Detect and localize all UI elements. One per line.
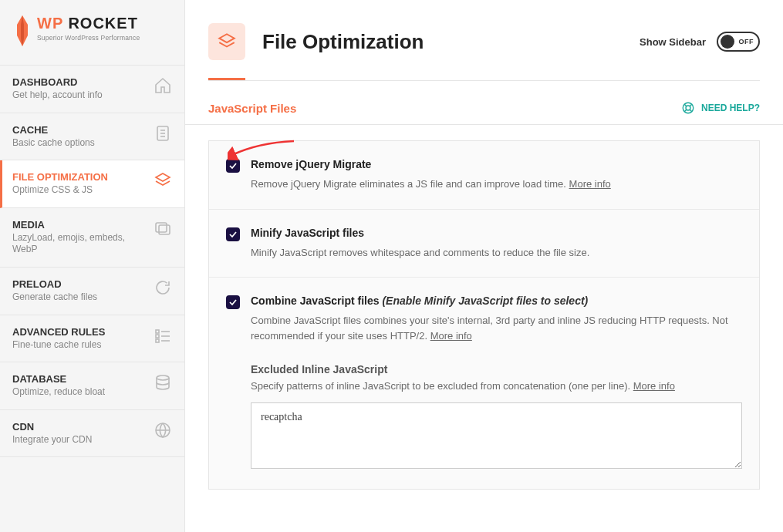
section-header: JavaScript Files NEED HELP? [185,81,783,125]
excluded-inline-js-block: Excluded Inline JavaScript Specify patte… [251,363,742,472]
svg-rect-8 [156,335,159,338]
nav-sub: Fine-tune cache rules [12,339,105,352]
nav-title: CDN [12,421,92,433]
logo: WP ROCKET Superior WordPress Performance [0,0,184,66]
excluded-title: Excluded Inline JavaScript [251,363,742,375]
option-hint: (Enable Minify JavaScript files to selec… [382,295,588,307]
nav-sub: Optimize, reduce bloat [12,386,105,399]
option-desc: Combine JavaScript files combines your s… [251,313,742,343]
nav-title: FILE OPTIMIZATION [12,171,108,183]
images-icon [154,219,172,237]
svg-point-12 [157,375,169,380]
database-icon [154,373,172,392]
nav-title: DATABASE [12,373,105,385]
list-icon [154,326,172,345]
option-title: Combine JavaScript files (Enable Minify … [251,295,742,307]
nav-title: DASHBOARD [12,76,103,88]
svg-rect-6 [156,330,159,333]
nav-sub: Basic cache options [12,137,95,150]
more-info-link[interactable]: More info [569,178,611,190]
nav-sub: Get help, account info [12,89,103,102]
help-text: NEED HELP? [701,103,760,113]
nav-sub: Generate cache files [12,291,97,304]
nav-title: MEDIA [12,219,136,231]
file-optimization-icon [208,23,245,60]
checkbox-combine-js[interactable] [226,295,240,309]
page-title: File Optimization [262,30,424,54]
option-remove-jquery-migrate: Remove jQuery Migrate Remove jQuery Migr… [209,141,759,210]
nav-title: ADVANCED RULES [12,326,105,338]
sidebar-item-dashboard[interactable]: DASHBOARDGet help, account info [0,66,184,113]
sidebar-item-preload[interactable]: PRELOADGenerate cache files [0,268,184,315]
option-combine-js: Combine JavaScript files (Enable Minify … [209,278,759,489]
sidebar-item-advanced-rules[interactable]: ADVANCED RULESFine-tune cache rules [0,315,184,363]
home-icon [154,76,172,95]
layers-icon [154,171,172,190]
check-icon [228,298,238,307]
check-icon [228,161,238,170]
logo-wp: WP [37,15,63,32]
main-content: File Optimization Show Sidebar OFF JavaS… [185,0,783,532]
page-header: File Optimization Show Sidebar OFF [185,0,783,60]
nav-sub: Integrate your CDN [12,434,92,446]
nav: DASHBOARDGet help, account info CACHEBas… [0,66,184,532]
show-sidebar-toggle[interactable]: OFF [717,32,760,52]
options-panel: Remove jQuery Migrate Remove jQuery Migr… [208,140,760,490]
nav-sub: LazyLoad, emojis, embeds, WebP [12,232,136,256]
sidebar-item-file-optimization[interactable]: FILE OPTIMIZATIONOptimize CSS & JS [0,160,184,208]
nav-title: CACHE [12,124,95,136]
option-desc: Remove jQuery Migrate eliminates a JS fi… [251,177,742,192]
svg-rect-4 [156,223,167,232]
more-info-link[interactable]: More info [430,330,472,342]
checkbox-minify-js[interactable] [226,227,240,241]
checkbox-remove-jquery-migrate[interactable] [226,159,240,173]
toggle-knob [721,35,734,49]
show-sidebar-label: Show Sidebar [640,36,706,48]
excluded-desc: Specify patterns of inline JavaScript to… [251,380,742,392]
logo-tagline: Superior WordPress Performance [37,34,140,42]
option-minify-js: Minify JavaScript files Minify JavaScrip… [209,210,759,278]
rocket-logo-icon [12,15,32,46]
document-icon [154,124,172,143]
section-title: JavaScript Files [208,102,296,115]
sidebar-item-media[interactable]: MEDIALazyLoad, emojis, embeds, WebP [0,208,184,268]
svg-point-15 [686,106,690,110]
nav-sub: Optimize CSS & JS [12,184,108,197]
svg-rect-10 [156,339,159,342]
refresh-icon [154,278,172,297]
excluded-inline-js-textarea[interactable] [251,402,742,469]
help-link[interactable]: NEED HELP? [681,101,760,115]
check-icon [228,230,238,239]
option-desc: Minify JavaScript removes whitespace and… [251,245,742,261]
option-title: Minify JavaScript files [251,227,742,239]
lifebuoy-icon [681,101,695,115]
more-info-link[interactable]: More info [633,380,675,392]
logo-rocket: ROCKET [63,15,138,32]
svg-rect-5 [159,225,170,234]
sidebar-item-cache[interactable]: CACHEBasic cache options [0,113,184,161]
sidebar: WP ROCKET Superior WordPress Performance… [0,0,185,532]
option-title: Remove jQuery Migrate [251,158,742,170]
nav-title: PRELOAD [12,278,97,290]
globe-icon [154,421,172,439]
toggle-state: OFF [739,38,754,45]
sidebar-item-cdn[interactable]: CDNIntegrate your CDN [0,410,184,458]
sidebar-item-database[interactable]: DATABASEOptimize, reduce bloat [0,362,184,410]
